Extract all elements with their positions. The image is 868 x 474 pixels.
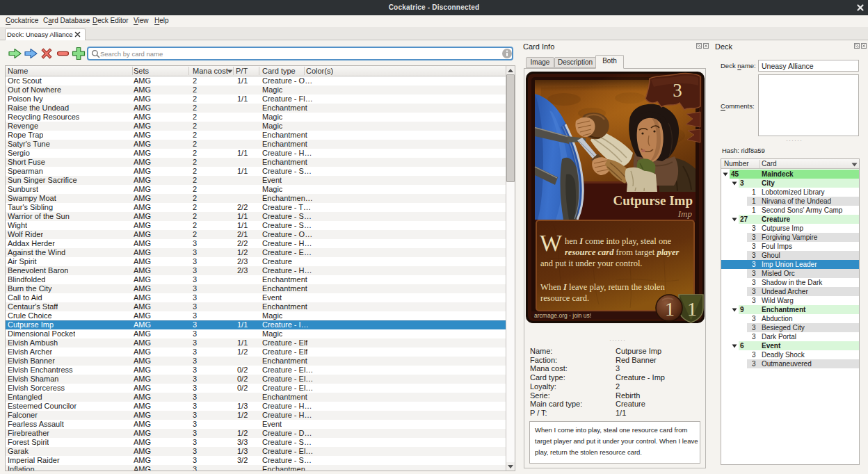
svg-text:W: W — [540, 230, 563, 256]
svg-text:and put it under your control.: and put it under your control. — [540, 259, 643, 268]
svg-text:1: 1 — [665, 298, 675, 320]
svg-text:Imp: Imp — [677, 209, 693, 219]
svg-text:resource card.: resource card. — [540, 293, 589, 303]
svg-text:hen I come into play, steal on: hen I come into play, steal one — [565, 236, 671, 246]
svg-text:arcmage.org - join us!: arcmage.org - join us! — [534, 312, 591, 319]
svg-text:1: 1 — [687, 298, 697, 320]
svg-text:When I leave play, return the: When I leave play, return the stolen — [540, 282, 665, 292]
svg-text:Cutpurse Imp: Cutpurse Imp — [613, 193, 693, 208]
svg-text:3: 3 — [673, 80, 682, 101]
svg-text:resource card from target play: resource card from target player — [565, 247, 679, 257]
